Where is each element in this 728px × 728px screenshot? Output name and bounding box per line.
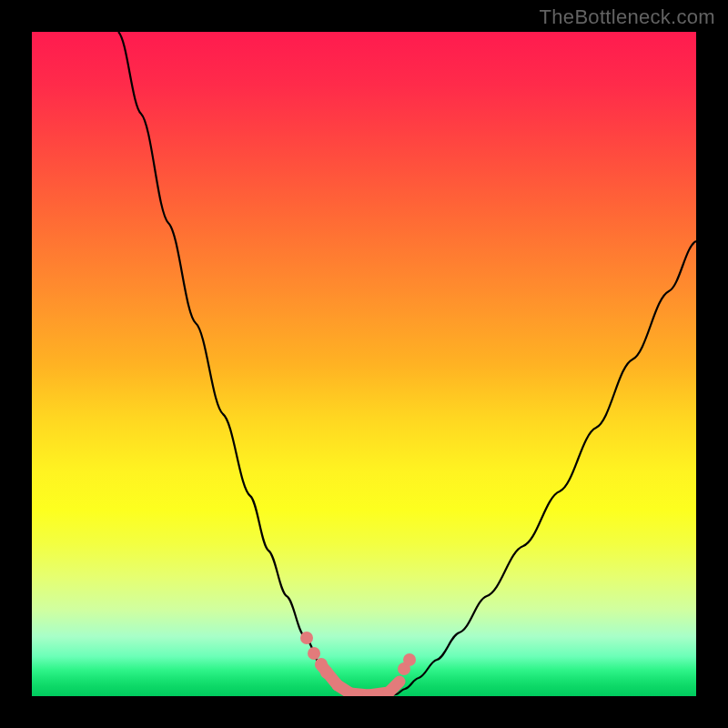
highlight-dot <box>308 647 320 660</box>
chart-svg <box>32 32 696 696</box>
right-curve <box>389 241 696 696</box>
highlight-dots <box>300 632 416 679</box>
highlight-dot <box>320 666 333 679</box>
highlight-segment <box>389 682 399 693</box>
highlight-dot <box>403 653 416 666</box>
left-curve <box>118 32 355 696</box>
highlight-segments <box>321 665 399 695</box>
highlight-dot <box>300 632 313 644</box>
watermark-label: TheBottleneck.com <box>540 5 715 29</box>
chart-plot-area <box>32 32 696 696</box>
